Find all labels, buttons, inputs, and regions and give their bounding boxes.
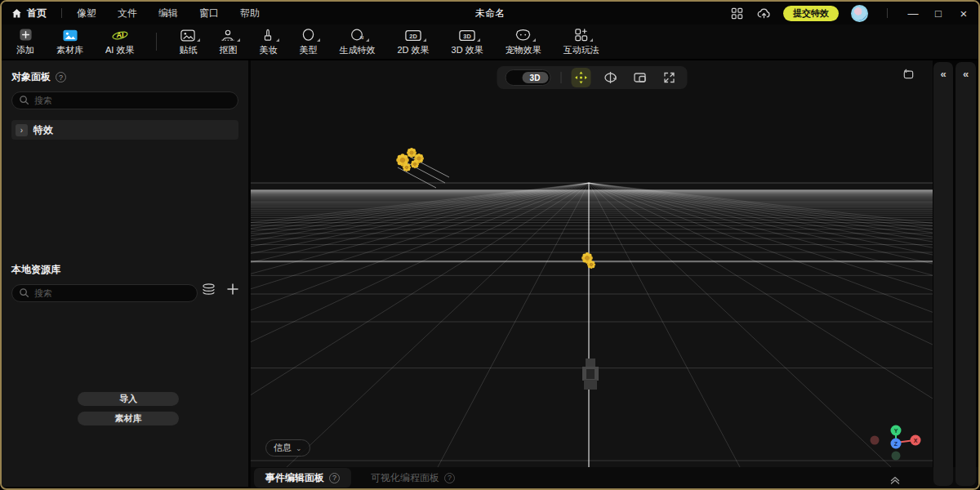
add-resource-icon[interactable] [227,283,238,295]
mode-3d-toggle[interactable]: 3D [505,69,550,86]
viewport-3d[interactable]: Y X Z 3D [251,60,933,467]
import-button[interactable]: 导入 [78,392,179,406]
main-toolbar: 添加 素材库 AI AI 效果 贴纸 抠图 美妆 美型 AI 生成特效 [2,24,978,60]
makeup-icon [261,28,274,42]
rotate-screen-icon[interactable] [902,68,915,83]
user-avatar[interactable] [851,5,868,22]
toolbar-item-2d-effects[interactable]: 2D 2D 效果 [397,28,429,56]
apps-grid-icon[interactable] [729,6,744,20]
3d-effects-icon: 3D [459,28,475,42]
visual-tab-label: 可视化编程面板 [371,471,439,485]
expand-panel-icon: « [940,68,946,486]
info-label: 信息 [274,442,292,454]
left-panel: 对象面板 ? › 特效 本地资源库 [2,60,248,487]
2d-glyph: 2D [409,32,416,39]
dropdown-corner-icon [590,38,593,42]
move-tool-button[interactable] [571,68,590,87]
home-icon [11,8,22,19]
toolbar-item-generate-effects[interactable]: AI 生成特效 [339,28,375,56]
dropdown-corner-icon [237,38,240,42]
close-button[interactable]: × [957,7,970,20]
scale-icon [633,71,646,84]
dropdown-corner-icon [317,38,320,42]
interactive-play-icon [574,28,588,42]
2d-effects-icon: 2D [405,28,421,42]
toolbar-item-cutout[interactable]: 抠图 [219,28,237,56]
axis-neg-x-handle[interactable] [871,436,880,445]
menu-help[interactable]: 帮助 [240,7,260,20]
origin-flower-object[interactable] [581,252,595,269]
effect-item-label: 特效 [33,123,53,137]
menu-app[interactable]: 像塑 [77,7,96,20]
menu-file[interactable]: 文件 [118,7,137,20]
dropdown-corner-icon [423,38,426,42]
toolbar-item-ai-effects[interactable]: AI AI 效果 [105,28,134,56]
library-search-wrap [11,284,198,302]
toolbar-label: 美型 [299,44,317,56]
material-library-button[interactable]: 素材库 [78,412,179,425]
collapsed-panel-properties[interactable]: « [956,62,976,486]
caret-down-icon: ⌄ [296,445,302,452]
menu-edit[interactable]: 编辑 [158,7,178,20]
toolbar-item-interactive-play[interactable]: 互动玩法 [564,28,599,56]
mode-3d-knob: 3D [522,72,548,83]
local-library-section: 本地资源库 [2,263,248,302]
app-window: 首页 像塑 文件 编辑 窗口 帮助 未命名 提交特效 — □ × [0,0,980,490]
ai-glyph-small: AI [360,36,365,40]
axis-neg-y-handle[interactable] [892,452,901,461]
tab-event-editor[interactable]: 事件编辑面板 ? [254,468,351,488]
titlebar: 首页 像塑 文件 编辑 窗口 帮助 未命名 提交特效 — □ × [2,2,978,24]
toolbar-label: 添加 [16,44,34,56]
toolbar-label: 素材库 [56,44,83,56]
toolbar-label: 3D 效果 [452,44,483,56]
toolbar-item-material-library[interactable]: 素材库 [56,28,83,56]
fit-view-button[interactable] [659,68,679,87]
dropdown-corner-icon [276,38,279,42]
object-search-input[interactable] [11,91,238,109]
info-dropdown[interactable]: 信息 ⌄ [265,439,310,457]
toolbar-item-add[interactable]: 添加 [16,28,34,56]
submit-effect-button[interactable]: 提交特效 [783,6,839,21]
help-icon[interactable]: ? [444,473,455,483]
toolbar-item-sticker[interactable]: 贴纸 [179,28,197,56]
object-panel-title: 对象面板 [11,70,51,84]
tab-visual-programming[interactable]: 可视化编程面板 ? [359,468,466,488]
object-search-wrap [11,91,238,109]
collapsed-panel-inspector[interactable]: « [933,62,953,486]
maximize-button[interactable]: □ [932,7,945,20]
toolbar-item-face-shape[interactable]: 美型 [299,28,317,56]
home-button[interactable]: 首页 [11,7,47,20]
minimize-button[interactable]: — [906,7,920,20]
scale-tool-button[interactable] [630,68,649,87]
expand-bottom-panel-icon[interactable] [889,474,901,488]
screen: 首页 像塑 文件 编辑 窗口 帮助 未命名 提交特效 — □ × [0,0,980,490]
object-panel-section: 对象面板 ? › 特效 [2,70,248,140]
help-icon[interactable]: ? [329,473,340,483]
toolbar-item-pet-effects[interactable]: 宠物效果 [506,28,541,56]
toolbar-item-3d-effects[interactable]: 3D 3D 效果 [452,28,483,56]
window-controls-divider [887,8,888,18]
axis-z-label: Z [894,441,898,447]
axis-y-label: Y [894,428,898,434]
toolbar-label: 2D 效果 [397,44,429,56]
object-item-effect[interactable]: › 特效 [11,120,238,140]
event-tab-label: 事件编辑面板 [265,471,324,485]
toolbar-label: 贴纸 [179,44,197,56]
cloud-upload-icon[interactable] [756,6,771,20]
menu-window[interactable]: 窗口 [199,7,219,20]
local-library-title: 本地资源库 [11,263,60,277]
toolbar-label: 互动玩法 [564,44,599,56]
toolbar-item-makeup[interactable]: 美妆 [259,28,277,56]
grid-lines [251,183,933,467]
layers-icon[interactable] [202,283,216,296]
camera-object[interactable] [582,359,599,390]
object-panel-header: 对象面板 ? [11,70,238,84]
search-icon [19,95,29,105]
library-search-input[interactable] [11,284,198,302]
rotate-tool-button[interactable] [600,68,620,87]
scene-canvas: Y X Z [251,60,933,467]
help-icon[interactable]: ? [56,72,66,82]
toolbar-label: 抠图 [219,44,237,56]
expand-chevron-icon[interactable]: › [16,124,28,136]
local-library-header: 本地资源库 [11,263,238,277]
